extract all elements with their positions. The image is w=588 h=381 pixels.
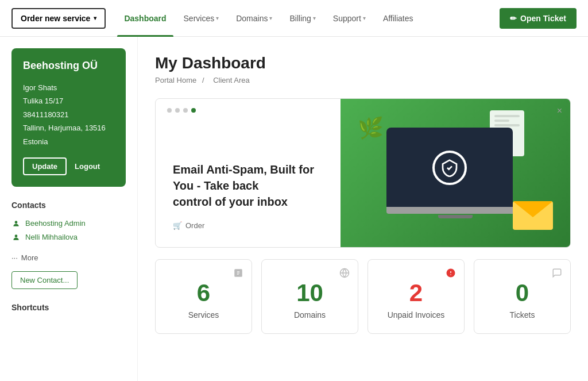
nav-link-services[interactable]: Services ▾ [177, 0, 226, 37]
domains-dropdown-icon: ▾ [269, 15, 272, 21]
company-name: Beehosting OÜ [23, 60, 114, 72]
breadcrumb: Portal Home / Client Area [155, 76, 571, 84]
contacts-title: Contacts [11, 201, 126, 210]
stat-card-invoices[interactable]: 2 Unpaid Invoices [368, 259, 465, 334]
stat-card-services[interactable]: 6 Services [155, 259, 252, 334]
stat-card-tickets[interactable]: 0 Tickets [474, 259, 571, 334]
breadcrumb-current: Client Area [213, 76, 250, 84]
nav-link-billing[interactable]: Billing ▾ [283, 0, 322, 37]
breadcrumb-home[interactable]: Portal Home [155, 76, 196, 84]
support-dropdown-icon: ▾ [363, 15, 366, 21]
order-btn-chevron-icon: ▾ [94, 15, 96, 21]
laptop-screen [386, 128, 513, 208]
banner-close-button[interactable]: × [557, 106, 562, 116]
envelope-body [513, 201, 553, 230]
envelope-illustration [513, 201, 553, 230]
billing-dropdown-icon: ▾ [313, 15, 316, 21]
open-ticket-label: Open Ticket [520, 14, 566, 23]
more-label: More [21, 253, 38, 262]
dot-2[interactable] [175, 108, 180, 113]
banner-illustration: 🌿 [341, 99, 570, 247]
main-content: My Dashboard Portal Home / Client Area ×… [138, 37, 588, 381]
doc-line [494, 120, 509, 122]
banner-heading: Email Anti-Spam, Built for You - Take ba… [173, 161, 323, 210]
profile-city: Tallinn, Harjumaa, 13516 [23, 121, 114, 134]
logout-button[interactable]: Logout [72, 157, 102, 175]
pencil-icon: ✏ [510, 14, 517, 23]
profile-country: Estonia [23, 135, 114, 148]
contact-list: Beehosting Admin Nelli Mihhailova [11, 217, 126, 244]
banner-card: × Email Anti-Spam, Built for You - Take … [155, 98, 571, 248]
tickets-icon [552, 268, 562, 281]
nav-link-dashboard[interactable]: Dashboard [117, 0, 173, 37]
dot-3[interactable] [183, 108, 188, 113]
svg-point-0 [15, 221, 18, 224]
nav-link-affiliates[interactable]: Affiliates [376, 0, 420, 37]
banner-text: Email Anti-Spam, Built for You - Take ba… [156, 99, 341, 247]
contact-item[interactable]: Beehosting Admin [11, 217, 126, 230]
page-title: My Dashboard [155, 54, 571, 72]
profile-address1: Tulika 15/17 [23, 94, 114, 107]
banner-order-link[interactable]: 🛒 Order [173, 221, 323, 230]
laptop-body [386, 128, 513, 208]
dot-4-active[interactable] [191, 108, 196, 113]
profile-info: Igor Shats Tulika 15/17 38411180321 Tall… [23, 81, 114, 148]
laptop-base [386, 207, 524, 214]
nav-link-domains[interactable]: Domains ▾ [229, 0, 279, 37]
profile-actions: Update Logout [23, 157, 114, 175]
contact-item[interactable]: Nelli Mihhailova [11, 230, 126, 244]
plant-icon: 🌿 [358, 116, 384, 140]
person-icon [11, 233, 21, 242]
contact-name: Nelli Mihhailova [25, 233, 78, 241]
banner-order-label: Order [185, 221, 204, 230]
update-button[interactable]: Update [23, 157, 67, 175]
services-label: Services [188, 310, 219, 320]
main-container: Beehosting OÜ Igor Shats Tulika 15/17 38… [0, 37, 588, 381]
envelope-flap [513, 201, 553, 217]
tickets-label: Tickets [510, 310, 535, 320]
invoices-label: Unpaid Invoices [388, 310, 445, 320]
svg-point-1 [15, 234, 18, 237]
stat-cards: 6 Services 10 Domains 2 Unpaid Invoices [155, 259, 571, 334]
cart-icon: 🛒 [173, 221, 182, 230]
shortcuts-title: Shortcuts [11, 303, 126, 312]
profile-card: Beehosting OÜ Igor Shats Tulika 15/17 38… [11, 48, 126, 187]
tickets-count: 0 [516, 279, 529, 307]
new-contact-button[interactable]: New Contact... [11, 271, 78, 289]
laptop-illustration [386, 128, 524, 218]
doc-line [494, 124, 520, 126]
domains-count: 10 [296, 279, 323, 307]
banner-dots [167, 108, 196, 113]
dot-1[interactable] [167, 108, 172, 113]
ellipsis-icon: ··· [11, 253, 18, 262]
more-contacts-link[interactable]: ··· More [11, 251, 126, 264]
invoices-count: 2 [409, 279, 423, 307]
invoices-alert-icon [446, 268, 456, 281]
navbar: Order new service ▾ Dashboard Services ▾… [0, 0, 588, 37]
stat-card-domains[interactable]: 10 Domains [261, 259, 358, 334]
domains-icon [339, 268, 350, 281]
profile-phone: 38411180321 [23, 108, 114, 121]
order-new-service-button[interactable]: Order new service ▾ [11, 8, 106, 29]
laptop-stand [438, 215, 473, 218]
services-icon [233, 268, 243, 281]
services-dropdown-icon: ▾ [216, 15, 219, 21]
contact-name: Beehosting Admin [25, 219, 86, 228]
domains-label: Domains [294, 310, 326, 320]
shield-icon [432, 151, 467, 185]
open-ticket-button[interactable]: ✏ Open Ticket [500, 8, 577, 29]
person-icon [11, 219, 21, 228]
order-btn-label: Order new service [21, 14, 90, 23]
nav-link-support[interactable]: Support ▾ [326, 0, 373, 37]
svg-point-7 [450, 274, 451, 275]
breadcrumb-separator: / [202, 76, 204, 84]
doc-line [494, 115, 520, 117]
profile-name: Igor Shats [23, 81, 114, 94]
sidebar: Beehosting OÜ Igor Shats Tulika 15/17 38… [0, 37, 138, 381]
nav-links: Dashboard Services ▾ Domains ▾ Billing ▾… [117, 0, 500, 37]
services-count: 6 [197, 279, 210, 307]
